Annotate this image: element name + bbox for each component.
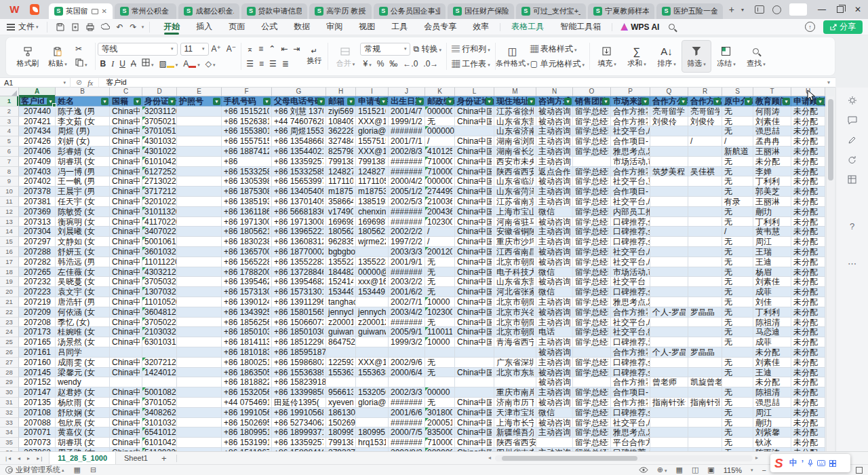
cell[interactable]: ######## bbox=[389, 398, 425, 408]
cell[interactable] bbox=[688, 126, 722, 136]
cell[interactable]: 罗晶晶 bbox=[688, 307, 722, 318]
worksheet-button[interactable]: ▦ 工作表▾ bbox=[449, 57, 493, 71]
cell[interactable]: XXX@163.c bbox=[356, 147, 389, 157]
cell[interactable] bbox=[650, 136, 688, 147]
row-header[interactable]: 33 bbox=[0, 418, 19, 428]
filter-dropdown-icon[interactable]: ▼ bbox=[347, 98, 355, 105]
column-header-B[interactable]: B bbox=[56, 88, 110, 96]
cell[interactable]: 654101200007050581 bbox=[142, 428, 177, 438]
cell[interactable]: 平台合作方 bbox=[611, 438, 650, 448]
cell[interactable]: ######## bbox=[389, 418, 425, 428]
cell[interactable]: 胡睿琪 (女 bbox=[56, 438, 110, 448]
cell[interactable]: +86 15152100 bbox=[222, 107, 272, 117]
cell[interactable]: China中国 bbox=[455, 448, 494, 451]
cell[interactable]: 周江 bbox=[753, 408, 791, 418]
header-cell[interactable]: 出生日期▼ bbox=[389, 96, 425, 107]
cell[interactable] bbox=[177, 247, 222, 257]
cell[interactable]: v17490376 bbox=[326, 207, 356, 217]
cell[interactable]: 强思喆 bbox=[753, 126, 791, 136]
cell[interactable]: 被动咨询 bbox=[536, 107, 573, 117]
cell[interactable]: 410125 bbox=[425, 147, 455, 157]
cell[interactable]: 207088 bbox=[19, 418, 56, 428]
cell[interactable]: 筑梦美程 bbox=[650, 167, 688, 177]
filter-dropdown-icon[interactable]: ▼ bbox=[317, 98, 325, 105]
cell[interactable] bbox=[177, 217, 222, 227]
italic-button[interactable]: I bbox=[108, 57, 117, 71]
cell[interactable]: 指南针张卡 bbox=[688, 398, 722, 408]
cell[interactable]: 留学总经理 bbox=[573, 147, 611, 157]
cell[interactable]: 无 bbox=[722, 126, 753, 136]
row-header[interactable]: 20 bbox=[0, 287, 19, 297]
cell[interactable]: 吴佳祺 bbox=[688, 167, 722, 177]
restore-button[interactable] bbox=[837, 6, 844, 13]
cell[interactable]: 340702200202202520 bbox=[142, 227, 177, 237]
cell[interactable] bbox=[650, 217, 688, 227]
cell[interactable] bbox=[177, 176, 222, 187]
file-tab[interactable]: S贷款申请信息.xlsx bbox=[241, 3, 308, 19]
cell[interactable]: 韩浩远 (男 bbox=[56, 257, 110, 267]
row-header[interactable]: 1 bbox=[0, 96, 19, 107]
cell[interactable]: China中国 bbox=[455, 157, 494, 167]
column-header-H[interactable]: H bbox=[326, 88, 356, 96]
tab-页面[interactable]: 页面 bbox=[220, 19, 253, 35]
merge-cells-button[interactable]: 合并▾ bbox=[330, 40, 360, 73]
column-header-F[interactable]: F bbox=[222, 88, 272, 96]
cell[interactable]: 刘紫馨 bbox=[753, 428, 791, 438]
cell[interactable]: 无 bbox=[722, 297, 753, 307]
cell[interactable]: 825798695 bbox=[326, 147, 356, 157]
cell[interactable]: 186130586 bbox=[326, 408, 356, 418]
row-header[interactable]: 19 bbox=[0, 277, 19, 287]
cell[interactable]: 未分配 bbox=[791, 418, 825, 428]
cell[interactable]: 个人-罗晶 bbox=[650, 307, 688, 318]
cell[interactable]: 430103200107142529 bbox=[142, 136, 177, 147]
cell[interactable]: 未分配 bbox=[791, 207, 825, 217]
cell[interactable]: 无 bbox=[722, 438, 753, 448]
cell[interactable] bbox=[650, 147, 688, 157]
cell[interactable]: 未分配 bbox=[791, 347, 825, 358]
cell[interactable]: ######## bbox=[389, 167, 425, 177]
cell[interactable]: 207434 bbox=[19, 126, 56, 136]
cell[interactable]: +86 19713008 bbox=[222, 217, 272, 227]
cell[interactable]: 陈雨涛 bbox=[753, 448, 791, 451]
cell[interactable]: China中国 bbox=[110, 318, 142, 328]
cell[interactable]: 北京市东城 bbox=[494, 368, 536, 378]
cell[interactable]: 留学总经理 bbox=[573, 358, 611, 368]
column-header-P[interactable]: P bbox=[611, 88, 650, 96]
cell[interactable]: 田延伶1395( bbox=[272, 398, 326, 408]
column-header-C[interactable]: C bbox=[110, 88, 142, 96]
cell[interactable]: 陕西省西安 bbox=[494, 167, 536, 177]
cell[interactable]: 未分配 bbox=[791, 368, 825, 378]
cell[interactable]: 赵君婷 (女 bbox=[56, 387, 110, 398]
roaming-icon[interactable]: ⊕▾ bbox=[657, 466, 667, 474]
cell[interactable]: 630103199903020823 bbox=[142, 337, 177, 347]
cell[interactable]: China中国 bbox=[455, 368, 494, 378]
cell[interactable]: 蒯玏 bbox=[753, 418, 791, 428]
cell[interactable]: 864752343 bbox=[326, 337, 356, 347]
column-header-D[interactable]: D bbox=[142, 88, 177, 96]
cell[interactable]: +86 1360831276 bbox=[272, 237, 326, 247]
row-header[interactable]: 16 bbox=[0, 247, 19, 257]
cell[interactable]: +86 1850103098 bbox=[272, 327, 326, 337]
align-right-icon[interactable]: ☰ bbox=[267, 57, 279, 71]
cell[interactable]: 无 bbox=[722, 207, 753, 217]
cell[interactable]: 济南市历下 bbox=[494, 398, 536, 408]
cell[interactable] bbox=[688, 287, 722, 297]
cell[interactable]: 207173 bbox=[19, 327, 56, 337]
tab-list-caret-icon[interactable]: ▾ bbox=[738, 7, 747, 13]
cell[interactable]: +86 15319918 bbox=[222, 438, 272, 448]
cell[interactable] bbox=[177, 207, 222, 217]
cell[interactable]: China中国 bbox=[455, 267, 494, 278]
filter-dropdown-icon[interactable]: ▼ bbox=[783, 98, 790, 105]
row-header[interactable]: 3 bbox=[0, 117, 19, 127]
cell[interactable]: China中国 bbox=[455, 136, 494, 147]
cell[interactable] bbox=[142, 377, 177, 387]
cell[interactable]: 无 bbox=[722, 318, 753, 328]
cell[interactable]: China中国 bbox=[110, 267, 142, 278]
cell[interactable]: 未分配 bbox=[753, 157, 791, 167]
cell[interactable]: 207406 bbox=[19, 147, 56, 157]
cell[interactable]: +44 07546918 bbox=[222, 398, 272, 408]
cloud-sync-icon[interactable] bbox=[101, 23, 110, 31]
row-header[interactable]: 34 bbox=[0, 428, 19, 438]
number-format-select[interactable]: 常规▾ bbox=[360, 43, 410, 56]
row-header[interactable]: 21 bbox=[0, 297, 19, 307]
